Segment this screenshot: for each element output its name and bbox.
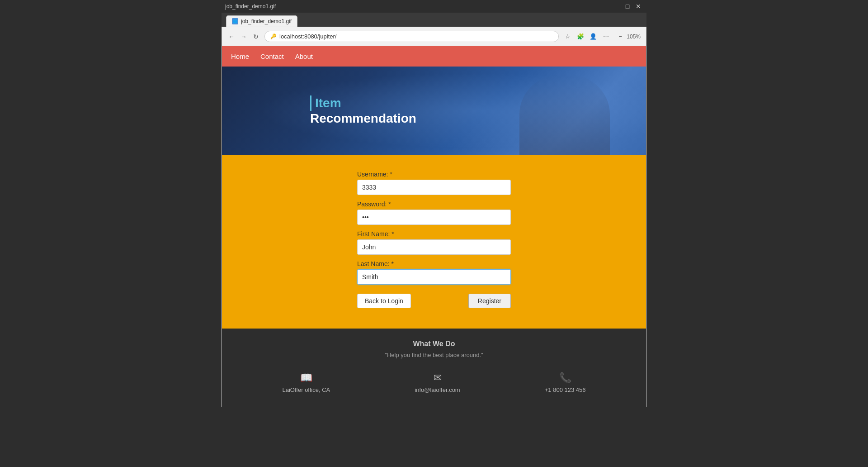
zoom-indicator: − 105% bbox=[615, 31, 642, 42]
footer-what-we-do: What We Do "Help you find the best place… bbox=[222, 329, 646, 407]
tab-favicon: 🌐 bbox=[232, 18, 238, 24]
footer-phone: 📞 +1 800 123 456 bbox=[545, 372, 586, 393]
register-section: Username: * Password: * First Name: * La… bbox=[222, 155, 646, 329]
phone-label: +1 800 123 456 bbox=[545, 386, 586, 393]
form-buttons: Back to Login Register bbox=[357, 294, 511, 308]
first-name-label: First Name: * bbox=[357, 230, 511, 238]
nav-item-contact[interactable]: Contact bbox=[260, 52, 284, 60]
last-name-group: Last Name: * bbox=[357, 260, 511, 285]
hero-title: Item Recommendation bbox=[310, 95, 416, 126]
bookmark-star-button[interactable]: ☆ bbox=[562, 31, 573, 42]
hero-recommendation-text: Recommendation bbox=[310, 111, 416, 126]
close-button[interactable]: ✕ bbox=[634, 2, 643, 11]
hero-section: Item Recommendation bbox=[222, 67, 646, 155]
zoom-level: 105% bbox=[627, 33, 641, 40]
browser-toolbar: ← → ↻ 🔑 localhost:8080/jupiter/ ☆ 🧩 👤 ⋯ … bbox=[222, 27, 646, 46]
lock-icon: 🔑 bbox=[270, 33, 277, 39]
first-name-group: First Name: * bbox=[357, 230, 511, 255]
username-input[interactable] bbox=[357, 180, 511, 195]
browser-actions: ☆ 🧩 👤 ⋯ bbox=[562, 31, 611, 42]
phone-icon: 📞 bbox=[559, 372, 571, 384]
office-icon: 📖 bbox=[300, 372, 312, 384]
footer-email: ✉ info@laioffer.com bbox=[415, 372, 460, 393]
nav-bar: Home Contact About bbox=[222, 46, 646, 67]
password-label: Password: * bbox=[357, 200, 511, 208]
reload-button[interactable]: ↻ bbox=[251, 32, 261, 42]
url-text: localhost:8080/jupiter/ bbox=[279, 33, 553, 40]
nav-buttons: ← → ↻ bbox=[226, 32, 261, 42]
maximize-button[interactable]: □ bbox=[623, 2, 632, 11]
address-bar[interactable]: 🔑 localhost:8080/jupiter/ bbox=[264, 31, 559, 42]
zoom-out-button[interactable]: − bbox=[615, 31, 626, 42]
footer-subtitle: "Help you find the best place around." bbox=[231, 352, 637, 358]
last-name-label: Last Name: * bbox=[357, 260, 511, 267]
extension-button[interactable]: 🧩 bbox=[575, 31, 586, 42]
footer-title: What We Do bbox=[231, 340, 637, 348]
browser-tab[interactable]: 🌐 job_finder_demo1.gif bbox=[226, 15, 297, 27]
back-button[interactable]: ← bbox=[226, 32, 236, 42]
tab-label: job_finder_demo1.gif bbox=[241, 18, 292, 24]
last-name-input[interactable] bbox=[357, 269, 511, 285]
back-to-login-button[interactable]: Back to Login bbox=[357, 294, 411, 308]
register-button[interactable]: Register bbox=[468, 294, 511, 308]
first-name-input[interactable] bbox=[357, 239, 511, 255]
forward-button[interactable]: → bbox=[239, 32, 249, 42]
menu-button[interactable]: ⋯ bbox=[600, 31, 611, 42]
website-content: Home Contact About Item Recommendation U… bbox=[222, 46, 646, 407]
email-icon: ✉ bbox=[434, 372, 442, 384]
nav-item-home[interactable]: Home bbox=[231, 52, 249, 60]
window-title: job_finder_demo1.gif bbox=[225, 3, 276, 10]
profile-button[interactable]: 👤 bbox=[588, 31, 599, 42]
username-label: Username: * bbox=[357, 171, 511, 178]
hero-item-text: Item bbox=[310, 95, 416, 111]
tab-bar: 🌐 job_finder_demo1.gif bbox=[222, 13, 646, 27]
footer-office: 📖 LaiOffer office, CA bbox=[283, 372, 330, 393]
office-label: LaiOffer office, CA bbox=[283, 386, 330, 393]
minimize-button[interactable]: — bbox=[612, 2, 621, 11]
email-label: info@laioffer.com bbox=[415, 386, 460, 393]
password-input[interactable] bbox=[357, 210, 511, 225]
password-group: Password: * bbox=[357, 200, 511, 225]
username-group: Username: * bbox=[357, 171, 511, 195]
nav-item-about[interactable]: About bbox=[295, 52, 313, 60]
footer-contacts: 📖 LaiOffer office, CA ✉ info@laioffer.co… bbox=[231, 367, 637, 398]
